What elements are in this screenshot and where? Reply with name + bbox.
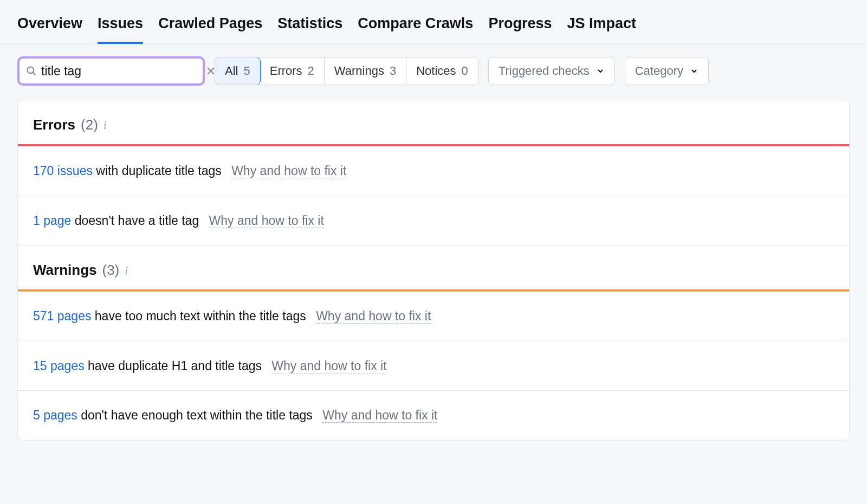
- tab-progress[interactable]: Progress: [488, 15, 552, 44]
- tab-js-impact[interactable]: JS Impact: [567, 15, 636, 44]
- section-count: (2): [81, 117, 98, 133]
- search-icon: [26, 66, 37, 76]
- filter-count: 5: [243, 64, 250, 78]
- why-fix-link[interactable]: Why and how to fix it: [322, 408, 437, 423]
- section-title: Errors: [33, 117, 75, 133]
- tab-compare-crawls[interactable]: Compare Crawls: [358, 15, 473, 44]
- issue-link[interactable]: 5 pages: [33, 408, 77, 422]
- chevron-down-icon: [596, 67, 605, 75]
- issue-row: 571 pages have too much text within the …: [18, 292, 849, 341]
- dropdown-label: Triggered checks: [499, 64, 590, 78]
- issue-row: 15 pages have duplicate H1 and title tag…: [18, 341, 849, 391]
- section-title: Warnings: [33, 262, 96, 279]
- why-fix-link[interactable]: Why and how to fix it: [231, 164, 346, 178]
- why-fix-link[interactable]: Why and how to fix it: [316, 309, 431, 324]
- tab-issues[interactable]: Issues: [98, 15, 143, 44]
- info-icon[interactable]: i: [125, 263, 128, 277]
- filter-label: Warnings: [334, 64, 384, 78]
- issues-panel: Errors (2) i 170 issues with duplicate t…: [17, 100, 850, 441]
- search-box: [17, 56, 205, 86]
- issue-text: have too much text within the title tags: [91, 309, 306, 323]
- info-icon[interactable]: i: [103, 118, 107, 132]
- issue-link[interactable]: 15 pages: [33, 359, 85, 373]
- dropdown-label: Category: [635, 64, 683, 78]
- filter-warnings[interactable]: Warnings 3: [325, 57, 406, 85]
- warnings-header: Warnings (3) i: [18, 245, 849, 289]
- tab-crawled-pages[interactable]: Crawled Pages: [158, 15, 262, 44]
- errors-header: Errors (2) i: [18, 100, 849, 144]
- issue-link[interactable]: 170 issues: [33, 164, 93, 178]
- chevron-down-icon: [690, 67, 698, 75]
- filter-count: 2: [308, 64, 314, 78]
- issue-text: have duplicate H1 and title tags: [85, 359, 262, 373]
- issue-row: 1 page doesn't have a title tag Why and …: [18, 196, 849, 246]
- filter-count: 3: [390, 64, 396, 78]
- issue-row: 5 pages don't have enough text within th…: [18, 391, 849, 440]
- svg-point-0: [28, 67, 34, 74]
- category-dropdown[interactable]: Category: [625, 57, 709, 85]
- issue-text: doesn't have a title tag: [71, 214, 199, 228]
- filter-notices[interactable]: Notices 0: [406, 57, 478, 85]
- filter-label: Errors: [270, 64, 302, 78]
- tab-statistics[interactable]: Statistics: [277, 15, 342, 44]
- filter-label: All: [225, 64, 238, 78]
- search-input[interactable]: [37, 64, 205, 79]
- filter-count: 0: [462, 64, 468, 78]
- triggered-checks-dropdown[interactable]: Triggered checks: [488, 57, 615, 85]
- issue-text: don't have enough text within the title …: [77, 408, 313, 422]
- issue-text: with duplicate title tags: [93, 164, 222, 178]
- issue-link[interactable]: 1 page: [33, 214, 71, 228]
- filter-row: All 5 Errors 2 Warnings 3 Notices 0 Trig…: [0, 44, 867, 100]
- filter-label: Notices: [416, 64, 456, 78]
- issue-link[interactable]: 571 pages: [33, 309, 91, 323]
- section-count: (3): [102, 262, 119, 279]
- svg-line-1: [33, 73, 36, 75]
- why-fix-link[interactable]: Why and how to fix it: [271, 359, 386, 373]
- main-tabs: Overview Issues Crawled Pages Statistics…: [0, 0, 867, 44]
- tab-overview[interactable]: Overview: [17, 15, 82, 44]
- filter-all[interactable]: All 5: [215, 57, 261, 85]
- filter-errors[interactable]: Errors 2: [260, 57, 325, 85]
- issue-row: 170 issues with duplicate title tags Why…: [18, 146, 849, 196]
- type-filter-group: All 5 Errors 2 Warnings 3 Notices 0: [215, 57, 478, 85]
- why-fix-link[interactable]: Why and how to fix it: [209, 214, 324, 228]
